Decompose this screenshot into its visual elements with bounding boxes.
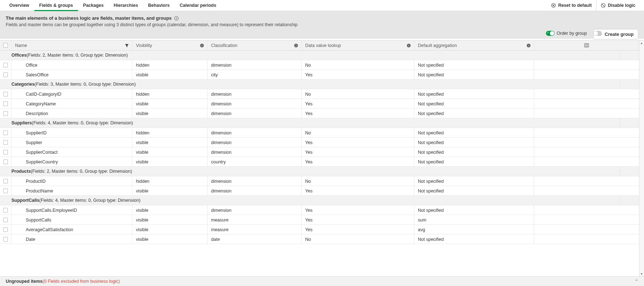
show-visible-only-toggle[interactable] — [593, 31, 602, 36]
cell-visibility: visible — [132, 205, 208, 215]
cell-name: SupplierContact — [11, 147, 132, 157]
cell-lookup: Yes — [302, 109, 414, 118]
cell-visibility: visible — [132, 138, 208, 147]
fields-grid: Name Visibility i Classification i Data … — [0, 40, 644, 276]
cell-aggregation: Not specified — [414, 109, 534, 118]
cell-classification: dimension — [208, 109, 302, 118]
scroll-down-icon[interactable]: ▾ — [641, 271, 643, 276]
row-checkbox[interactable] — [0, 205, 11, 215]
cell-aggregation: Not specified — [414, 128, 534, 138]
cell-lookup: Yes — [302, 157, 414, 167]
tab-packages[interactable]: Packages — [78, 0, 109, 11]
table-row[interactable]: CategoryNamevisibledimensionYesNot speci… — [0, 99, 639, 109]
table-row[interactable]: OfficehiddendimensionNoNot specified — [0, 60, 639, 70]
cell-classification: dimension — [208, 89, 302, 99]
cell-aggregation: Not specified — [414, 186, 534, 196]
row-checkbox[interactable] — [0, 215, 11, 225]
cell-aggregation: Not specified — [414, 147, 534, 157]
cell-aggregation: Not specified — [414, 234, 534, 244]
select-all-checkbox[interactable] — [0, 40, 11, 50]
col-name-label: Name — [15, 43, 27, 48]
table-row[interactable]: SupportCalls.EmployeeIDvisibledimensionY… — [0, 205, 639, 215]
chevron-up-icon[interactable]: ⌃ — [635, 279, 638, 284]
group-header[interactable]: SupportCalls (Fields: 4, Master items: 0… — [0, 196, 639, 205]
tab-behaviors[interactable]: Behaviors — [143, 0, 175, 11]
tab-overview[interactable]: Overview — [4, 0, 34, 11]
row-checkbox[interactable] — [0, 89, 11, 99]
cell-lookup: Yes — [302, 99, 414, 109]
tab-calendar-periods[interactable]: Calendar periods — [175, 0, 221, 11]
table-row[interactable]: SupplierCountryvisiblecountryYesNot spec… — [0, 157, 639, 167]
col-dvl-label: Data value lookup — [305, 43, 341, 48]
row-checkbox[interactable] — [0, 138, 11, 147]
disable-logic-button[interactable]: Disable logic — [596, 0, 640, 11]
help-icon[interactable]: ? — [174, 16, 179, 21]
cell-classification: country — [208, 157, 302, 167]
table-row[interactable]: SupportCallsvisiblemeasureYessum — [0, 215, 639, 225]
group-header[interactable]: Products (Fields: 2, Master items: 0, Gr… — [0, 167, 639, 176]
cell-visibility: visible — [132, 215, 208, 225]
table-row[interactable]: DatevisibledateNoNot specified — [0, 234, 639, 244]
cell-visibility: visible — [132, 234, 208, 244]
info-icon[interactable]: i — [200, 43, 204, 48]
row-checkbox[interactable] — [0, 99, 11, 109]
create-group-label: Create group — [605, 32, 634, 37]
col-visibility[interactable]: Visibility i — [132, 40, 208, 50]
table-row[interactable]: ProductNamevisibledimensionYesNot specif… — [0, 186, 639, 196]
table-row[interactable]: AverageCallSatisfactionvisiblemeasureYes… — [0, 225, 639, 234]
col-classification-label: Classification — [211, 43, 238, 48]
col-data-value-lookup[interactable]: Data value lookup i — [302, 40, 414, 50]
row-checkbox[interactable] — [0, 128, 11, 138]
col-name[interactable]: Name — [11, 40, 132, 50]
reset-to-default-button[interactable]: Reset to default — [547, 0, 596, 11]
row-checkbox[interactable] — [0, 70, 11, 80]
table-row[interactable]: ProductIDhiddendimensionNoNot specified — [0, 176, 639, 186]
svg-text:i: i — [408, 44, 409, 47]
row-checkbox[interactable] — [0, 186, 11, 196]
cell-lookup: Yes — [302, 138, 414, 147]
row-checkbox[interactable] — [0, 60, 11, 70]
row-checkbox[interactable] — [0, 234, 11, 244]
ungrouped-items-bar[interactable]: Ungrouped items (0 Fields excluded from … — [0, 276, 644, 286]
row-checkbox[interactable] — [0, 225, 11, 234]
info-icon[interactable]: i — [526, 43, 531, 48]
filter-icon[interactable] — [125, 43, 129, 48]
group-header[interactable]: Categories (Fields: 3, Master items: 0, … — [0, 80, 639, 89]
column-picker-button[interactable] — [534, 40, 639, 50]
cell-visibility: visible — [132, 109, 208, 118]
info-icon[interactable]: i — [406, 43, 411, 48]
table-row[interactable]: SalesOfficevisiblecityYesNot specified — [0, 70, 639, 80]
cell-visibility: visible — [132, 157, 208, 167]
row-checkbox[interactable] — [0, 109, 11, 118]
table-row[interactable]: SuppliervisibledimensionYesNot specified — [0, 138, 639, 147]
order-by-group-toggle[interactable] — [546, 31, 555, 36]
table-row[interactable]: SupplierContactvisibledimensionYesNot sp… — [0, 147, 639, 157]
info-icon[interactable]: i — [294, 43, 298, 48]
info-panel: The main elements of a business logic ar… — [0, 11, 644, 39]
vertical-scrollbar[interactable]: ▴ ▾ — [639, 40, 644, 276]
cell-visibility: visible — [132, 186, 208, 196]
disable-logic-label: Disable logic — [608, 3, 635, 8]
cell-name: ProductName — [11, 186, 132, 196]
tab-hierarchies[interactable]: Hierarchies — [109, 0, 143, 11]
group-header[interactable]: Offices (Fields: 2, Master items: 0, Gro… — [0, 51, 639, 60]
row-checkbox[interactable] — [0, 176, 11, 186]
cell-lookup: No — [302, 234, 414, 244]
reset-icon — [551, 3, 556, 8]
tab-fields-groups[interactable]: Fields & groups — [34, 0, 78, 11]
scroll-up-icon[interactable]: ▴ — [641, 40, 643, 46]
table-row[interactable]: DescriptionvisibledimensionYesNot specif… — [0, 109, 639, 118]
svg-text:i: i — [201, 44, 202, 47]
table-row[interactable]: CatID-CategoryIDhiddendimensionNoNot spe… — [0, 89, 639, 99]
cell-name: Date — [11, 234, 132, 244]
cell-visibility: hidden — [132, 60, 208, 70]
cell-classification: dimension — [208, 128, 302, 138]
col-classification[interactable]: Classification i — [208, 40, 302, 50]
table-row[interactable]: SupplierIDhiddendimensionNoNot specified — [0, 128, 639, 138]
cell-classification: dimension — [208, 60, 302, 70]
group-header[interactable]: Suppliers (Fields: 4, Master items: 0, G… — [0, 118, 639, 128]
col-default-aggregation[interactable]: Default aggregation i — [414, 40, 534, 50]
row-checkbox[interactable] — [0, 147, 11, 157]
ungrouped-detail: (0 Fields excluded from business logic) — [43, 279, 120, 284]
row-checkbox[interactable] — [0, 157, 11, 167]
